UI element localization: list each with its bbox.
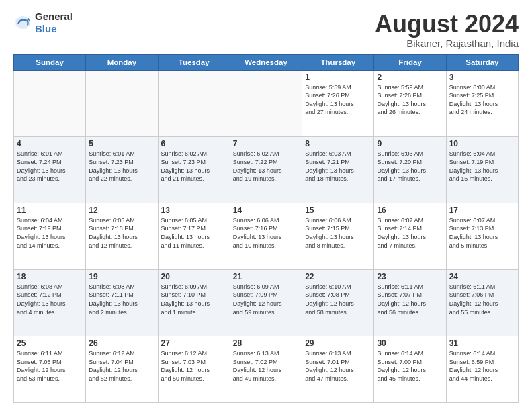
day-number: 28 [233, 338, 299, 348]
cell-info: Sunrise: 5:59 AM Sunset: 7:26 PM Dayligh… [377, 83, 443, 117]
cell-info: Sunrise: 6:04 AM Sunset: 7:19 PM Dayligh… [449, 150, 515, 183]
cell-info: Sunrise: 6:07 AM Sunset: 7:13 PM Dayligh… [449, 216, 515, 250]
day-number: 18 [17, 272, 83, 281]
col-thursday: Thursday [302, 54, 374, 70]
table-row: 21Sunrise: 6:09 AM Sunset: 7:09 PM Dayli… [230, 269, 302, 336]
cell-info: Sunrise: 6:08 AM Sunset: 7:12 PM Dayligh… [17, 283, 83, 316]
month-year: August 2024 [375, 11, 519, 38]
col-monday: Monday [86, 54, 158, 70]
logo-icon [13, 13, 32, 32]
table-row: 20Sunrise: 6:09 AM Sunset: 7:10 PM Dayli… [158, 269, 230, 336]
day-number: 15 [305, 205, 371, 215]
page: General Blue August 2024 Bikaner, Rajast… [0, 0, 532, 411]
cell-info: Sunrise: 6:14 AM Sunset: 7:00 PM Dayligh… [377, 349, 443, 383]
table-row [14, 70, 86, 136]
cell-info: Sunrise: 6:09 AM Sunset: 7:10 PM Dayligh… [161, 283, 227, 316]
cell-info: Sunrise: 6:03 AM Sunset: 7:21 PM Dayligh… [305, 150, 371, 183]
header: General Blue August 2024 Bikaner, Rajast… [13, 11, 519, 49]
table-row: 24Sunrise: 6:11 AM Sunset: 7:06 PM Dayli… [446, 269, 518, 336]
title-block: August 2024 Bikaner, Rajasthan, India [375, 11, 519, 49]
day-number: 12 [89, 205, 154, 215]
cell-info: Sunrise: 6:11 AM Sunset: 7:05 PM Dayligh… [17, 349, 83, 383]
cell-info: Sunrise: 6:03 AM Sunset: 7:20 PM Dayligh… [377, 150, 443, 183]
table-row [86, 70, 158, 136]
table-row: 5Sunrise: 6:01 AM Sunset: 7:23 PM Daylig… [86, 136, 158, 203]
table-row: 22Sunrise: 6:10 AM Sunset: 7:08 PM Dayli… [302, 269, 374, 336]
table-row: 30Sunrise: 6:14 AM Sunset: 7:00 PM Dayli… [374, 336, 446, 402]
cell-info: Sunrise: 6:08 AM Sunset: 7:11 PM Dayligh… [89, 283, 154, 316]
day-number: 21 [233, 272, 299, 281]
table-row: 25Sunrise: 6:11 AM Sunset: 7:05 PM Dayli… [14, 336, 86, 402]
day-number: 10 [449, 139, 515, 148]
cell-info: Sunrise: 6:07 AM Sunset: 7:14 PM Dayligh… [377, 216, 443, 250]
day-number: 19 [89, 272, 154, 281]
cell-info: Sunrise: 6:05 AM Sunset: 7:17 PM Dayligh… [161, 216, 227, 250]
table-row: 23Sunrise: 6:11 AM Sunset: 7:07 PM Dayli… [374, 269, 446, 336]
week-row-4: 18Sunrise: 6:08 AM Sunset: 7:12 PM Dayli… [14, 269, 519, 336]
table-row: 10Sunrise: 6:04 AM Sunset: 7:19 PM Dayli… [446, 136, 518, 203]
cell-info: Sunrise: 6:13 AM Sunset: 7:01 PM Dayligh… [305, 349, 371, 383]
week-row-3: 11Sunrise: 6:04 AM Sunset: 7:19 PM Dayli… [14, 203, 519, 269]
day-number: 7 [233, 139, 299, 148]
table-row [230, 70, 302, 136]
cell-info: Sunrise: 6:05 AM Sunset: 7:18 PM Dayligh… [89, 216, 154, 250]
logo-blue: Blue [35, 23, 57, 34]
day-number: 11 [17, 205, 83, 215]
week-row-1: 1Sunrise: 5:59 AM Sunset: 7:26 PM Daylig… [14, 70, 519, 136]
calendar-table: Sunday Monday Tuesday Wednesday Thursday… [13, 54, 519, 403]
table-row: 17Sunrise: 6:07 AM Sunset: 7:13 PM Dayli… [446, 203, 518, 269]
col-wednesday: Wednesday [230, 54, 302, 70]
day-number: 1 [305, 73, 371, 82]
week-row-5: 25Sunrise: 6:11 AM Sunset: 7:05 PM Dayli… [14, 336, 519, 402]
cell-info: Sunrise: 6:02 AM Sunset: 7:23 PM Dayligh… [161, 150, 227, 183]
cell-info: Sunrise: 6:10 AM Sunset: 7:08 PM Dayligh… [305, 283, 371, 316]
day-number: 16 [377, 205, 443, 215]
cell-info: Sunrise: 6:12 AM Sunset: 7:04 PM Dayligh… [89, 349, 154, 383]
location: Bikaner, Rajasthan, India [375, 38, 519, 49]
table-row: 1Sunrise: 5:59 AM Sunset: 7:26 PM Daylig… [302, 70, 374, 136]
day-number: 3 [449, 73, 515, 82]
col-friday: Friday [374, 54, 446, 70]
table-row: 31Sunrise: 6:14 AM Sunset: 6:59 PM Dayli… [446, 336, 518, 402]
week-row-2: 4Sunrise: 6:01 AM Sunset: 7:24 PM Daylig… [14, 136, 519, 203]
day-number: 13 [161, 205, 227, 215]
logo-general: General [35, 11, 73, 22]
cell-info: Sunrise: 6:01 AM Sunset: 7:24 PM Dayligh… [17, 150, 83, 183]
cell-info: Sunrise: 6:06 AM Sunset: 7:15 PM Dayligh… [305, 216, 371, 250]
cell-info: Sunrise: 6:01 AM Sunset: 7:23 PM Dayligh… [89, 150, 154, 183]
cell-info: Sunrise: 6:11 AM Sunset: 7:07 PM Dayligh… [377, 283, 443, 316]
day-number: 5 [89, 139, 154, 148]
day-number: 8 [305, 139, 371, 148]
cell-info: Sunrise: 6:14 AM Sunset: 6:59 PM Dayligh… [449, 349, 515, 383]
day-number: 14 [233, 205, 299, 215]
cell-info: Sunrise: 6:13 AM Sunset: 7:02 PM Dayligh… [233, 349, 299, 383]
cell-info: Sunrise: 5:59 AM Sunset: 7:26 PM Dayligh… [305, 83, 371, 117]
table-row: 15Sunrise: 6:06 AM Sunset: 7:15 PM Dayli… [302, 203, 374, 269]
table-row: 8Sunrise: 6:03 AM Sunset: 7:21 PM Daylig… [302, 136, 374, 203]
table-row: 14Sunrise: 6:06 AM Sunset: 7:16 PM Dayli… [230, 203, 302, 269]
cell-info: Sunrise: 6:12 AM Sunset: 7:03 PM Dayligh… [161, 349, 227, 383]
table-row: 19Sunrise: 6:08 AM Sunset: 7:11 PM Dayli… [86, 269, 158, 336]
day-number: 29 [305, 338, 371, 348]
day-number: 30 [377, 338, 443, 348]
table-row: 11Sunrise: 6:04 AM Sunset: 7:19 PM Dayli… [14, 203, 86, 269]
col-tuesday: Tuesday [158, 54, 230, 70]
day-number: 22 [305, 272, 371, 281]
table-row: 12Sunrise: 6:05 AM Sunset: 7:18 PM Dayli… [86, 203, 158, 269]
col-saturday: Saturday [446, 54, 518, 70]
logo: General Blue [13, 11, 73, 35]
cell-info: Sunrise: 6:11 AM Sunset: 7:06 PM Dayligh… [449, 283, 515, 316]
col-sunday: Sunday [14, 54, 86, 70]
table-row: 2Sunrise: 5:59 AM Sunset: 7:26 PM Daylig… [374, 70, 446, 136]
day-number: 25 [17, 338, 83, 348]
cell-info: Sunrise: 6:04 AM Sunset: 7:19 PM Dayligh… [17, 216, 83, 250]
day-number: 4 [17, 139, 83, 148]
cell-info: Sunrise: 6:06 AM Sunset: 7:16 PM Dayligh… [233, 216, 299, 250]
cell-info: Sunrise: 6:02 AM Sunset: 7:22 PM Dayligh… [233, 150, 299, 183]
cell-info: Sunrise: 6:00 AM Sunset: 7:25 PM Dayligh… [449, 83, 515, 117]
day-number: 31 [449, 338, 515, 348]
table-row: 6Sunrise: 6:02 AM Sunset: 7:23 PM Daylig… [158, 136, 230, 203]
table-row: 13Sunrise: 6:05 AM Sunset: 7:17 PM Dayli… [158, 203, 230, 269]
day-number: 20 [161, 272, 227, 281]
table-row: 27Sunrise: 6:12 AM Sunset: 7:03 PM Dayli… [158, 336, 230, 402]
